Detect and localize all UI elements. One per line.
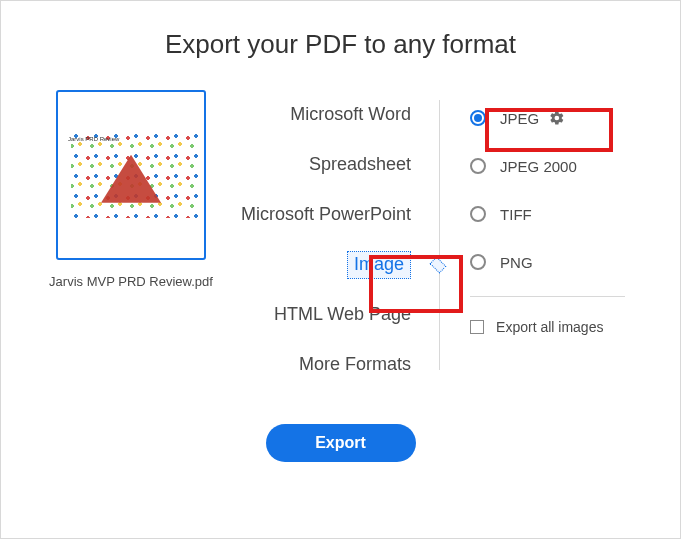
thumbnail-caption: Jarvis PRD Review	[68, 136, 119, 142]
radio-jpeg2000[interactable]	[470, 158, 486, 174]
format-spreadsheet-label: Spreadsheet	[309, 154, 411, 176]
file-thumbnail[interactable]: Jarvis PRD Review	[56, 90, 206, 260]
page-title: Export your PDF to any format	[1, 1, 680, 90]
format-powerpoint[interactable]: Microsoft PowerPoint	[241, 190, 411, 240]
thumbnail-logo-icon	[101, 155, 161, 203]
jpeg2000-label: JPEG 2000	[500, 158, 577, 175]
image-type-jpeg[interactable]: JPEG	[470, 94, 625, 142]
format-word[interactable]: Microsoft Word	[241, 90, 411, 140]
format-more-label: More Formats	[299, 354, 411, 376]
image-type-jpeg2000[interactable]: JPEG 2000	[470, 142, 625, 190]
image-type-tiff[interactable]: TIFF	[470, 190, 625, 238]
jpeg-label: JPEG	[500, 110, 539, 127]
tiff-label: TIFF	[500, 206, 532, 223]
radio-jpeg[interactable]	[470, 110, 486, 126]
export-all-checkbox[interactable]	[470, 320, 484, 334]
png-label: PNG	[500, 254, 533, 271]
radio-tiff[interactable]	[470, 206, 486, 222]
format-image-label: Image	[347, 251, 411, 279]
preview-column: Jarvis PRD Review Jarvis MVP PRD Review.…	[31, 90, 231, 390]
image-types-panel: JPEG JPEG 2000 TIFF PNG Export all image	[440, 90, 625, 390]
export-button[interactable]: Export	[266, 424, 416, 462]
format-spreadsheet[interactable]: Spreadsheet	[241, 140, 411, 190]
radio-png[interactable]	[470, 254, 486, 270]
image-type-png[interactable]: PNG	[470, 238, 625, 286]
format-html-label: HTML Web Page	[274, 304, 411, 326]
filename-label: Jarvis MVP PRD Review.pdf	[31, 274, 231, 289]
gear-icon[interactable]	[549, 110, 565, 126]
format-powerpoint-label: Microsoft PowerPoint	[241, 204, 411, 226]
format-html[interactable]: HTML Web Page	[241, 290, 411, 340]
content-area: Jarvis PRD Review Jarvis MVP PRD Review.…	[1, 90, 680, 390]
export-all-label: Export all images	[496, 319, 603, 335]
format-word-label: Microsoft Word	[290, 104, 411, 126]
horizontal-divider	[470, 296, 625, 297]
formats-column: Microsoft Word Spreadsheet Microsoft Pow…	[231, 90, 650, 390]
format-list: Microsoft Word Spreadsheet Microsoft Pow…	[241, 90, 439, 390]
export-all-images-row[interactable]: Export all images	[470, 319, 625, 335]
format-image[interactable]: Image	[241, 240, 411, 290]
format-more[interactable]: More Formats	[241, 340, 411, 390]
